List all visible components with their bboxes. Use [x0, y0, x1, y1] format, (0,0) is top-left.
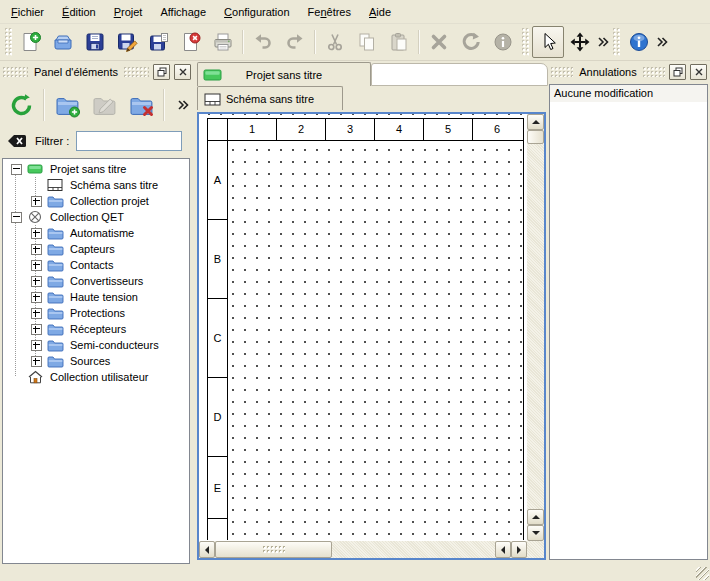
close-file-button[interactable]: [175, 26, 207, 58]
tree-item[interactable]: Haute tension: [3, 289, 189, 305]
clear-filter-button[interactable]: [6, 132, 28, 150]
float-panel-button[interactable]: [669, 64, 686, 80]
menu-item[interactable]: Fichier: [2, 3, 53, 21]
reload-collections-button[interactable]: [4, 87, 38, 123]
project-tabbar: Projet sans titre: [195, 62, 548, 86]
expander-icon[interactable]: [31, 180, 42, 191]
undo-button[interactable]: [247, 26, 279, 58]
expander-icon[interactable]: [11, 212, 22, 223]
tree-item[interactable]: Collection utilisateur: [3, 369, 189, 385]
row-header: E: [208, 457, 228, 519]
scrollbar-corner: [527, 541, 544, 558]
horizontal-scrollbar[interactable]: [199, 541, 527, 558]
tree-item-icon: [47, 274, 65, 288]
tree-item-icon: [27, 210, 45, 224]
tree-item[interactable]: Collection QET: [3, 209, 189, 225]
filter-row: Filtrer :: [0, 128, 194, 154]
tree-item[interactable]: Schéma sans titre: [3, 177, 189, 193]
expander-icon[interactable]: [31, 308, 42, 319]
scroll-up-button[interactable]: [527, 509, 544, 525]
expander-icon[interactable]: [31, 356, 42, 367]
tree-item[interactable]: Contacts: [3, 257, 189, 273]
diagram-canvas[interactable]: 1 2 3 4 5 6 A: [199, 114, 527, 541]
expander-icon[interactable]: [31, 244, 42, 255]
close-file-icon: [180, 31, 202, 53]
open-project-button[interactable]: [47, 26, 79, 58]
expander-icon[interactable]: [11, 164, 22, 175]
scroll-up-button[interactable]: [527, 114, 544, 130]
menu-item[interactable]: Configuration: [215, 3, 298, 21]
panel-overflow-chevron-icon[interactable]: [176, 90, 190, 120]
tree-item[interactable]: Automatisme: [3, 225, 189, 241]
close-panel-button[interactable]: [690, 64, 707, 80]
close-panel-button[interactable]: [174, 64, 191, 80]
tree-item[interactable]: Convertisseurs: [3, 273, 189, 289]
move-icon: [569, 31, 591, 53]
window-resize-grip[interactable]: [696, 567, 709, 580]
toolbar-drag-handle[interactable]: [613, 28, 620, 56]
tree-item-label: Capteurs: [70, 243, 115, 255]
project-tab[interactable]: Projet sans titre: [197, 62, 371, 86]
menu-item[interactable]: Affichage: [151, 3, 215, 21]
filter-input[interactable]: [76, 131, 182, 151]
horizontal-scrollbar-thumb[interactable]: [215, 541, 332, 558]
tree-item[interactable]: Sources: [3, 353, 189, 369]
scroll-left-button[interactable]: [199, 541, 215, 558]
tree-item[interactable]: Semi-conducteurs: [3, 337, 189, 353]
toolbar-overflow-chevron-icon[interactable]: [596, 27, 610, 57]
scroll-down-button[interactable]: [527, 525, 544, 541]
menu-item[interactable]: Aide: [360, 3, 400, 21]
toolbar-overflow-chevron-icon[interactable]: [655, 27, 669, 57]
delete-category-button[interactable]: [124, 87, 158, 123]
tree-item[interactable]: Récepteurs: [3, 321, 189, 337]
move-mode-button[interactable]: [564, 26, 596, 58]
new-category-button[interactable]: [50, 87, 84, 123]
expander-icon[interactable]: [31, 260, 42, 271]
expander-icon[interactable]: [31, 292, 42, 303]
tree-item[interactable]: Collection projet: [3, 193, 189, 209]
save-button[interactable]: [79, 26, 111, 58]
new-document-button[interactable]: [15, 26, 47, 58]
menu-item[interactable]: Édition: [53, 3, 105, 21]
undo-list-item[interactable]: Aucune modification: [550, 85, 707, 102]
pointer-mode-button[interactable]: [532, 26, 564, 58]
edit-category-button[interactable]: [87, 87, 121, 123]
delete-button[interactable]: [423, 26, 455, 58]
toolbar-drag-handle[interactable]: [5, 28, 12, 56]
element-info-button[interactable]: [487, 26, 519, 58]
expander-icon[interactable]: [31, 324, 42, 335]
expander-icon[interactable]: [11, 372, 22, 383]
rotate-button[interactable]: [455, 26, 487, 58]
redo-icon: [284, 31, 306, 53]
tree-item[interactable]: Capteurs: [3, 241, 189, 257]
tree-item[interactable]: Projet sans titre: [3, 161, 189, 177]
expander-icon[interactable]: [31, 196, 42, 207]
elements-panel-titlebar[interactable]: Panel d'éléments: [0, 62, 194, 82]
frame-row-partial: [208, 519, 523, 540]
menu-item[interactable]: Projet: [105, 3, 152, 21]
scrollbar-track[interactable]: [527, 144, 544, 509]
tree-item[interactable]: Protections: [3, 305, 189, 321]
menu-item[interactable]: Fenêtres: [299, 3, 360, 21]
save-all-button[interactable]: [143, 26, 175, 58]
save-as-button[interactable]: [111, 26, 143, 58]
paste-button[interactable]: [383, 26, 415, 58]
tree-item-label: Contacts: [70, 259, 113, 271]
expander-icon[interactable]: [31, 276, 42, 287]
vertical-scrollbar[interactable]: [527, 114, 544, 541]
vertical-scrollbar-thumb[interactable]: [527, 130, 544, 144]
expander-icon[interactable]: [31, 228, 42, 239]
expander-icon[interactable]: [31, 340, 42, 351]
cut-button[interactable]: [319, 26, 351, 58]
redo-button[interactable]: [279, 26, 311, 58]
schema-tab[interactable]: Schéma sans titre: [197, 86, 343, 110]
copy-button[interactable]: [351, 26, 383, 58]
about-info-button[interactable]: [623, 26, 655, 58]
scroll-right-button[interactable]: [511, 541, 527, 558]
scroll-left-button[interactable]: [495, 541, 511, 558]
toolbar-drag-handle[interactable]: [522, 28, 529, 56]
undo-panel-titlebar[interactable]: Annulations: [548, 62, 710, 82]
float-panel-button[interactable]: [153, 64, 170, 80]
print-button[interactable]: [207, 26, 239, 58]
scrollbar-track[interactable]: [332, 541, 495, 558]
